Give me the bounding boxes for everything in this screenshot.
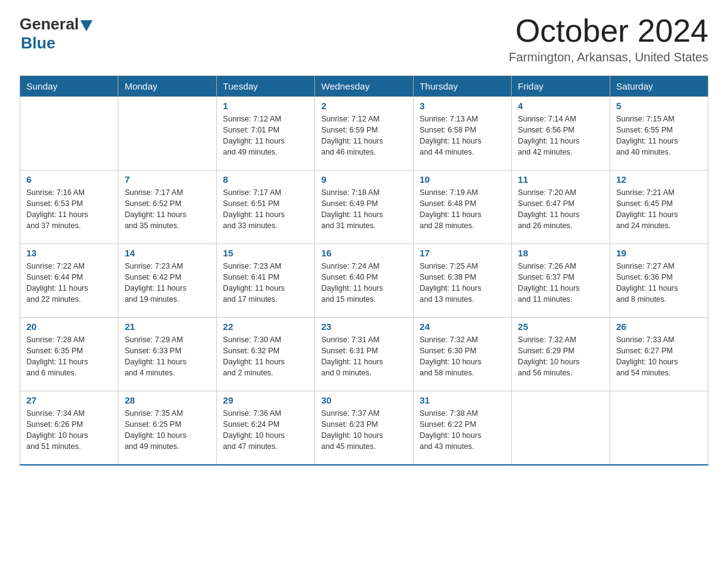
logo: General Blue xyxy=(20,15,93,53)
day-info: Sunrise: 7:32 AM Sunset: 6:30 PM Dayligh… xyxy=(420,334,505,379)
day-number: 23 xyxy=(321,321,406,332)
calendar-cell: 14Sunrise: 7:23 AM Sunset: 6:42 PM Dayli… xyxy=(118,244,216,318)
day-number: 22 xyxy=(223,321,308,332)
day-number: 12 xyxy=(616,174,702,185)
day-info: Sunrise: 7:35 AM Sunset: 6:25 PM Dayligh… xyxy=(124,408,210,453)
day-number: 15 xyxy=(223,248,308,258)
calendar-week-row: 20Sunrise: 7:28 AM Sunset: 6:35 PM Dayli… xyxy=(20,318,708,391)
day-info: Sunrise: 7:19 AM Sunset: 6:48 PM Dayligh… xyxy=(420,187,505,232)
day-number: 4 xyxy=(518,101,603,111)
day-info: Sunrise: 7:30 AM Sunset: 6:32 PM Dayligh… xyxy=(223,334,308,379)
day-number: 1 xyxy=(223,101,308,111)
day-info: Sunrise: 7:25 AM Sunset: 6:38 PM Dayligh… xyxy=(420,261,505,305)
calendar-cell: 23Sunrise: 7:31 AM Sunset: 6:31 PM Dayli… xyxy=(315,318,413,391)
calendar-cell: 22Sunrise: 7:30 AM Sunset: 6:32 PM Dayli… xyxy=(216,318,314,391)
calendar-cell: 5Sunrise: 7:15 AM Sunset: 6:55 PM Daylig… xyxy=(610,97,708,170)
logo-general-text: General xyxy=(20,15,79,34)
day-info: Sunrise: 7:16 AM Sunset: 6:53 PM Dayligh… xyxy=(26,187,112,232)
day-info: Sunrise: 7:27 AM Sunset: 6:36 PM Dayligh… xyxy=(616,261,702,305)
calendar-cell: 10Sunrise: 7:19 AM Sunset: 6:48 PM Dayli… xyxy=(413,170,511,244)
day-number: 28 xyxy=(124,395,210,405)
day-info: Sunrise: 7:12 AM Sunset: 6:59 PM Dayligh… xyxy=(321,113,406,158)
day-info: Sunrise: 7:38 AM Sunset: 6:22 PM Dayligh… xyxy=(420,408,505,453)
calendar-cell: 2Sunrise: 7:12 AM Sunset: 6:59 PM Daylig… xyxy=(315,97,413,170)
calendar-cell: 27Sunrise: 7:34 AM Sunset: 6:26 PM Dayli… xyxy=(20,391,118,465)
day-number: 25 xyxy=(518,321,603,332)
day-number: 14 xyxy=(124,248,210,258)
calendar-cell: 25Sunrise: 7:32 AM Sunset: 6:29 PM Dayli… xyxy=(512,318,610,391)
day-number: 2 xyxy=(321,101,406,111)
calendar-cell: 26Sunrise: 7:33 AM Sunset: 6:27 PM Dayli… xyxy=(610,318,708,391)
day-number: 18 xyxy=(518,248,603,258)
day-info: Sunrise: 7:17 AM Sunset: 6:52 PM Dayligh… xyxy=(124,187,210,232)
calendar-week-row: 27Sunrise: 7:34 AM Sunset: 6:26 PM Dayli… xyxy=(20,391,708,465)
day-number: 7 xyxy=(124,174,210,185)
day-number: 5 xyxy=(616,101,702,111)
day-number: 8 xyxy=(223,174,308,185)
calendar-cell: 1Sunrise: 7:12 AM Sunset: 7:01 PM Daylig… xyxy=(216,97,314,170)
day-info: Sunrise: 7:24 AM Sunset: 6:40 PM Dayligh… xyxy=(321,261,406,305)
day-number: 3 xyxy=(420,101,505,111)
calendar-cell xyxy=(512,391,610,465)
calendar-cell: 24Sunrise: 7:32 AM Sunset: 6:30 PM Dayli… xyxy=(413,318,511,391)
day-number: 31 xyxy=(420,395,505,405)
day-number: 21 xyxy=(124,321,210,332)
calendar-table: SundayMondayTuesdayWednesdayThursdayFrid… xyxy=(20,75,708,465)
day-info: Sunrise: 7:12 AM Sunset: 7:01 PM Dayligh… xyxy=(223,113,308,158)
calendar-cell xyxy=(118,97,216,170)
day-of-week-header: Saturday xyxy=(610,76,708,97)
calendar-cell: 6Sunrise: 7:16 AM Sunset: 6:53 PM Daylig… xyxy=(20,170,118,244)
day-info: Sunrise: 7:18 AM Sunset: 6:49 PM Dayligh… xyxy=(321,187,406,232)
day-info: Sunrise: 7:13 AM Sunset: 6:58 PM Dayligh… xyxy=(420,113,505,158)
month-title: October 2024 xyxy=(509,15,708,47)
day-of-week-header: Wednesday xyxy=(315,76,413,97)
day-info: Sunrise: 7:15 AM Sunset: 6:55 PM Dayligh… xyxy=(616,113,702,158)
day-info: Sunrise: 7:17 AM Sunset: 6:51 PM Dayligh… xyxy=(223,187,308,232)
day-info: Sunrise: 7:22 AM Sunset: 6:44 PM Dayligh… xyxy=(26,261,112,305)
day-of-week-header: Thursday xyxy=(413,76,511,97)
day-number: 29 xyxy=(223,395,308,405)
calendar-cell: 8Sunrise: 7:17 AM Sunset: 6:51 PM Daylig… xyxy=(216,170,314,244)
calendar-cell: 4Sunrise: 7:14 AM Sunset: 6:56 PM Daylig… xyxy=(512,97,610,170)
logo-arrow-icon xyxy=(80,20,93,31)
logo-blue-text: Blue xyxy=(21,34,55,53)
day-info: Sunrise: 7:33 AM Sunset: 6:27 PM Dayligh… xyxy=(616,334,702,379)
calendar-cell: 7Sunrise: 7:17 AM Sunset: 6:52 PM Daylig… xyxy=(118,170,216,244)
day-info: Sunrise: 7:23 AM Sunset: 6:42 PM Dayligh… xyxy=(124,261,210,305)
page-header: General Blue October 2024 Farmington, Ar… xyxy=(20,15,708,64)
calendar-cell: 3Sunrise: 7:13 AM Sunset: 6:58 PM Daylig… xyxy=(413,97,511,170)
calendar-cell xyxy=(610,391,708,465)
calendar-cell xyxy=(20,97,118,170)
calendar-cell: 20Sunrise: 7:28 AM Sunset: 6:35 PM Dayli… xyxy=(20,318,118,391)
day-number: 17 xyxy=(420,248,505,258)
calendar-cell: 16Sunrise: 7:24 AM Sunset: 6:40 PM Dayli… xyxy=(315,244,413,318)
day-info: Sunrise: 7:23 AM Sunset: 6:41 PM Dayligh… xyxy=(223,261,308,305)
day-number: 10 xyxy=(420,174,505,185)
calendar-week-row: 13Sunrise: 7:22 AM Sunset: 6:44 PM Dayli… xyxy=(20,244,708,318)
title-block: October 2024 Farmington, Arkansas, Unite… xyxy=(509,15,708,64)
day-info: Sunrise: 7:14 AM Sunset: 6:56 PM Dayligh… xyxy=(518,113,603,158)
day-number: 30 xyxy=(321,395,406,405)
day-info: Sunrise: 7:26 AM Sunset: 6:37 PM Dayligh… xyxy=(518,261,603,305)
calendar-cell: 12Sunrise: 7:21 AM Sunset: 6:45 PM Dayli… xyxy=(610,170,708,244)
location-subtitle: Farmington, Arkansas, United States xyxy=(509,50,708,64)
day-info: Sunrise: 7:31 AM Sunset: 6:31 PM Dayligh… xyxy=(321,334,406,379)
calendar-cell: 30Sunrise: 7:37 AM Sunset: 6:23 PM Dayli… xyxy=(315,391,413,465)
calendar-week-row: 6Sunrise: 7:16 AM Sunset: 6:53 PM Daylig… xyxy=(20,170,708,244)
calendar-week-row: 1Sunrise: 7:12 AM Sunset: 7:01 PM Daylig… xyxy=(20,97,708,170)
calendar-cell: 11Sunrise: 7:20 AM Sunset: 6:47 PM Dayli… xyxy=(512,170,610,244)
day-number: 20 xyxy=(26,321,112,332)
calendar-cell: 13Sunrise: 7:22 AM Sunset: 6:44 PM Dayli… xyxy=(20,244,118,318)
calendar-cell: 29Sunrise: 7:36 AM Sunset: 6:24 PM Dayli… xyxy=(216,391,314,465)
calendar-cell: 28Sunrise: 7:35 AM Sunset: 6:25 PM Dayli… xyxy=(118,391,216,465)
calendar-cell: 17Sunrise: 7:25 AM Sunset: 6:38 PM Dayli… xyxy=(413,244,511,318)
calendar-cell: 19Sunrise: 7:27 AM Sunset: 6:36 PM Dayli… xyxy=(610,244,708,318)
day-number: 9 xyxy=(321,174,406,185)
day-number: 24 xyxy=(420,321,505,332)
day-number: 6 xyxy=(26,174,112,185)
day-number: 13 xyxy=(26,248,112,258)
day-number: 11 xyxy=(518,174,603,185)
day-number: 27 xyxy=(26,395,112,405)
day-info: Sunrise: 7:34 AM Sunset: 6:26 PM Dayligh… xyxy=(26,408,112,453)
day-info: Sunrise: 7:21 AM Sunset: 6:45 PM Dayligh… xyxy=(616,187,702,232)
